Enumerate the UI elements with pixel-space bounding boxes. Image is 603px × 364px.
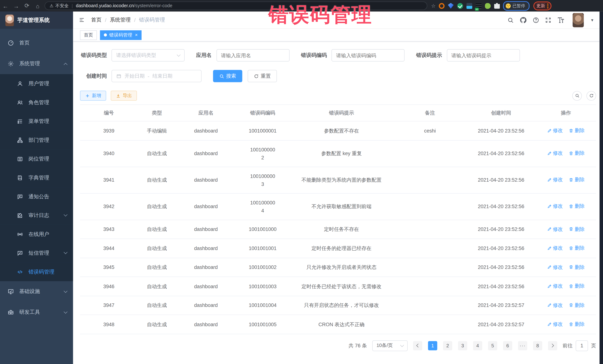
home-icon[interactable]: ⌂ [32, 2, 43, 9]
error-type-select[interactable]: 请选择错误码类型 [112, 49, 185, 61]
breadcrumb-item[interactable]: 系统管理 [110, 16, 131, 23]
caret-down-icon[interactable]: ▼ [590, 18, 594, 22]
browser-menu-dots-icon[interactable] [547, 3, 548, 8]
show-search-toggle-button[interactable] [572, 91, 582, 100]
bookmark-star-icon[interactable]: ☆ [431, 3, 435, 9]
breadcrumb-item[interactable]: 首页 [91, 16, 102, 23]
blue-gem-extension-icon[interactable] [448, 3, 454, 9]
edit-link[interactable]: 修改 [547, 149, 563, 157]
delete-link[interactable]: 删除 [569, 149, 585, 157]
sidebar-item[interactable]: 审计日志 [0, 206, 73, 225]
delete-link[interactable]: 删除 [569, 202, 585, 210]
reset-button[interactable]: 重置 [248, 70, 277, 82]
help-icon[interactable] [533, 17, 539, 23]
green-check-extension-icon[interactable] [457, 3, 463, 9]
sidebar-item[interactable]: 系统管理 [0, 53, 73, 74]
hamburger-icon[interactable] [79, 17, 85, 22]
edit-link[interactable]: 修改 [547, 225, 563, 233]
page-number-button[interactable]: ··· [518, 341, 527, 350]
delete-link[interactable]: 删除 [569, 301, 585, 309]
sidebar-item[interactable]: 错误码管理 [0, 263, 73, 281]
page-number-button[interactable]: 2 [443, 341, 452, 350]
table-header: 编号 类型 应用名 错误码编码 错误码提示 备注 创建时间 操作 [80, 105, 596, 121]
sidebar-item[interactable]: 岗位管理 [0, 149, 73, 168]
delete-link[interactable]: 删除 [569, 282, 585, 290]
page-number-button[interactable]: 1 [428, 341, 437, 350]
goto-page-input[interactable] [576, 340, 588, 351]
edit-link[interactable]: 修改 [547, 282, 563, 290]
breadcrumb-separator: / [105, 17, 106, 23]
date-range-picker[interactable]: 开始日期 - 结束日期 [112, 70, 201, 82]
edit-link[interactable]: 修改 [547, 320, 563, 328]
page-number-button[interactable]: 5 [488, 341, 497, 350]
app-name-input[interactable] [216, 49, 290, 61]
fullscreen-icon[interactable] [545, 17, 551, 23]
next-page-button[interactable] [548, 341, 557, 350]
edit-link[interactable]: 修改 [547, 202, 563, 210]
error-msg-input[interactable] [447, 49, 520, 61]
browser-scrollbar[interactable] [600, 11, 603, 364]
delete-link[interactable]: 删除 [569, 225, 585, 233]
page-size-select[interactable]: 10条/页 [372, 340, 408, 351]
delete-link[interactable]: 删除 [569, 244, 585, 252]
profile-paused-pill[interactable]: 已暂停 [503, 1, 529, 11]
sidebar-item[interactable]: 通知公告 [0, 187, 73, 206]
trash-icon [569, 177, 573, 182]
delete-link[interactable]: 删除 [569, 176, 585, 184]
cell-time: 2021-04-20 23:52:57 [466, 296, 536, 314]
edit-link[interactable]: 修改 [547, 176, 563, 184]
user-avatar[interactable] [573, 13, 584, 27]
cell-msg: 定时任务不存在 [290, 220, 394, 238]
orange-ring-extension-icon[interactable] [439, 3, 444, 9]
sidebar-logo[interactable]: 芋道管理系统 [0, 11, 73, 29]
search-icon[interactable] [507, 17, 514, 23]
puzzle-extensions-icon[interactable] [494, 3, 500, 9]
refresh-table-button[interactable] [587, 91, 596, 100]
page-number-button[interactable]: 8 [533, 341, 542, 350]
reload-icon[interactable]: ⟳ [22, 2, 32, 9]
edit-link[interactable]: 修改 [547, 126, 563, 134]
sidebar-item[interactable]: 首页 [0, 33, 73, 53]
cell-operations: 修改 删除 [536, 220, 596, 239]
search-button[interactable]: 搜索 [213, 70, 242, 82]
edit-link[interactable]: 修改 [547, 263, 563, 271]
page-number-button[interactable]: 3 [458, 341, 467, 350]
delete-link[interactable]: 删除 [569, 126, 585, 134]
sidebar-item[interactable]: 菜单管理 [0, 112, 73, 131]
browser-update-button[interactable]: 更新 [533, 1, 551, 10]
blue-grid-extension-icon[interactable] [466, 3, 472, 9]
edit-link[interactable]: 修改 [547, 244, 563, 252]
table-row: 3940 自动生成 dashboard 100100000 2 参数配置 key… [80, 141, 596, 167]
sidebar-item[interactable]: 部门管理 [0, 131, 73, 150]
sidebar-item[interactable]: 基础设施 [0, 281, 73, 302]
prev-page-button[interactable] [413, 341, 422, 350]
error-code-input[interactable] [332, 49, 405, 61]
tab-close-icon[interactable]: × [135, 33, 138, 37]
list-extension-icon[interactable]: on [475, 3, 481, 9]
edit-link[interactable]: 修改 [547, 301, 563, 309]
add-button[interactable]: 新增 [80, 91, 106, 101]
sidebar-item[interactable]: 研发工具 [0, 302, 73, 323]
delete-link[interactable]: 删除 [569, 320, 585, 328]
green-key-extension-icon[interactable] [485, 3, 491, 9]
back-icon[interactable]: ← [0, 2, 11, 9]
delete-link[interactable]: 删除 [569, 263, 585, 271]
page-number-button[interactable]: 6 [503, 341, 512, 350]
forward-icon[interactable]: → [11, 2, 22, 9]
page-number-button[interactable]: 4 [473, 341, 482, 350]
github-icon[interactable] [520, 16, 527, 23]
cell-app: dashboard [176, 144, 236, 162]
sidebar-item[interactable]: 在线用户 [0, 225, 73, 244]
view-tab[interactable]: 首页 × [80, 30, 97, 40]
sidebar-item[interactable]: 角色管理 [0, 93, 73, 112]
cell-type: 自动生成 [138, 258, 176, 276]
font-size-icon[interactable] [557, 16, 565, 23]
breadcrumb-item[interactable]: 错误码管理 [139, 16, 165, 23]
sidebar-item[interactable]: 短信管理 [0, 243, 73, 263]
cell-code: 1001000001 [236, 122, 290, 140]
filter-error-code: 错误码编码 [301, 49, 405, 61]
view-tab[interactable]: 错误码管理 × [100, 30, 141, 40]
export-button[interactable]: 导出 [111, 91, 137, 101]
sidebar-item[interactable]: 用户管理 [0, 74, 73, 93]
sidebar-item[interactable]: 字典管理 [0, 168, 73, 187]
